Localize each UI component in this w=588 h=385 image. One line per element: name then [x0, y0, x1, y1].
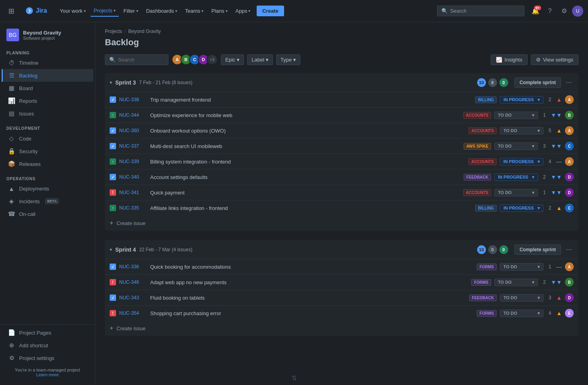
- sidebar-item-board[interactable]: ▦ Board: [2, 82, 93, 94]
- issue-row[interactable]: ✓ NUC-336 Quick booking for accommodatio…: [105, 259, 578, 275]
- issue-key[interactable]: NUC-343: [119, 295, 147, 300]
- avatar-more[interactable]: +3: [207, 54, 218, 65]
- issue-key[interactable]: NUC-340: [119, 174, 147, 180]
- issue-row[interactable]: ✓ NUC-338 Trip management frontend BILLI…: [105, 92, 578, 108]
- nav-your-work[interactable]: Your work ▾: [56, 6, 89, 16]
- issue-avatar: B: [565, 278, 574, 287]
- sprint4-header[interactable]: ▾ Sprint 4 22 Feb - 7 Mar (4 issues) 10 …: [105, 240, 578, 259]
- sidebar-item-oncall[interactable]: ☎ On-call: [2, 208, 93, 220]
- issue-row[interactable]: ✓ NUC-360 Onboard workout options (OWO) …: [105, 123, 578, 139]
- issue-status[interactable]: IN PROGRESS ▾: [494, 173, 538, 181]
- search-filter-icon: 🔍: [109, 57, 116, 63]
- issue-row[interactable]: ↑ NUC-335 Affiliate links integration - …: [105, 200, 578, 216]
- sidebar-item-timeline[interactable]: ⏱ Timeline: [2, 57, 93, 69]
- issue-key[interactable]: NUC-338: [119, 97, 147, 102]
- sprint4-dates: 22 Feb - 7 Mar (4 issues): [139, 247, 192, 252]
- issue-key[interactable]: NUC-337: [119, 143, 147, 149]
- issue-status[interactable]: TO DO ▾: [494, 112, 538, 119]
- project-type: Software project: [23, 36, 61, 40]
- app-logo[interactable]: Jira: [21, 0, 52, 22]
- sidebar-item-project-pages[interactable]: 📄 Project Pages: [2, 326, 93, 339]
- sprint4-section: ▾ Sprint 4 22 Feb - 7 Mar (4 issues) 10 …: [105, 240, 578, 336]
- sprint3-chevron: ▾: [110, 80, 112, 85]
- issue-status[interactable]: IN PROGRESS ▾: [500, 96, 544, 104]
- nav-plans[interactable]: Plans ▾: [208, 6, 231, 16]
- sprint4-complete-button[interactable]: Complete sprint: [514, 244, 561, 255]
- issue-key[interactable]: NUC-335: [119, 205, 147, 211]
- issue-row[interactable]: ! NUC-354 Shopping cart purchasing error…: [105, 306, 578, 321]
- sidebar-item-issues[interactable]: ▤ Issues: [2, 107, 93, 120]
- footer-link[interactable]: Learn more: [36, 372, 58, 377]
- grid-menu-icon[interactable]: ⊞: [5, 5, 17, 17]
- breadcrumb-beyond-gravity[interactable]: Beyond Gravity: [128, 29, 161, 34]
- nav-teams[interactable]: Teams ▾: [182, 6, 207, 16]
- beta-badge: BETA: [45, 198, 59, 204]
- help-button[interactable]: ?: [544, 5, 556, 17]
- nav-dashboards[interactable]: Dashboards ▾: [143, 6, 180, 16]
- issue-status[interactable]: TO DO ▾: [494, 279, 538, 286]
- view-settings-icon: ⚙: [536, 57, 541, 63]
- issue-status[interactable]: TO DO ▾: [500, 263, 544, 271]
- issue-key[interactable]: NUC-339: [119, 159, 147, 164]
- issue-row[interactable]: ✓ NUC-340 Account settings defaults FEED…: [105, 169, 578, 185]
- page-title: Backlog: [105, 37, 578, 48]
- issue-tag: ACCOUNTS: [463, 112, 491, 119]
- user-avatar[interactable]: U: [572, 6, 583, 17]
- create-button[interactable]: Create: [257, 6, 284, 16]
- insights-icon: 📈: [496, 57, 502, 63]
- resize-handle[interactable]: ⇅: [292, 374, 297, 382]
- notifications-button[interactable]: 🔔 9+: [529, 5, 542, 17]
- nav-projects[interactable]: Projects ▾: [91, 5, 119, 17]
- settings-button[interactable]: ⚙: [558, 5, 571, 17]
- search-box[interactable]: 🔍 Search: [437, 6, 524, 16]
- epic-filter[interactable]: Epic ▾: [221, 54, 244, 65]
- issue-row[interactable]: ↑ NUC-339 Billing system integration - f…: [105, 154, 578, 169]
- issue-status[interactable]: IN PROGRESS ▾: [500, 204, 544, 212]
- label-filter[interactable]: Label ▾: [247, 54, 273, 65]
- issue-points: 2: [541, 279, 547, 285]
- issue-status[interactable]: TO DO ▾: [494, 189, 538, 196]
- issue-status[interactable]: TO DO ▾: [500, 127, 544, 135]
- sprint3-create-issue[interactable]: + Create issue: [105, 216, 578, 231]
- sprint3-header[interactable]: ▾ Sprint 3 7 Feb - 21 Feb (8 issues) 10 …: [105, 73, 578, 92]
- sidebar: BG Beyond Gravity Software project PLANN…: [0, 22, 95, 385]
- sidebar-item-security[interactable]: 🔒 Security: [2, 145, 93, 158]
- breadcrumb-projects[interactable]: Projects: [105, 29, 122, 34]
- issue-row[interactable]: ! NUC-346 Adapt web app no new payments …: [105, 275, 578, 290]
- issue-key[interactable]: NUC-341: [119, 190, 147, 195]
- view-settings-button[interactable]: ⚙ View settings: [531, 54, 578, 65]
- issue-row[interactable]: ✓ NUC-343 Fluid booking on tablets FEEDB…: [105, 290, 578, 306]
- issue-row[interactable]: ! NUC-341 Quick payment ACCOUNTS TO DO ▾…: [105, 185, 578, 200]
- sidebar-item-code[interactable]: ◇ Code: [2, 132, 93, 145]
- sidebar-item-backlog[interactable]: ☰ Backlog: [2, 69, 93, 82]
- issue-status[interactable]: TO DO ▾: [500, 294, 544, 302]
- sidebar-item-reports[interactable]: 📊 Reports: [2, 94, 93, 107]
- sprint3-menu-button[interactable]: ⋯: [564, 77, 574, 88]
- sprint3-complete-button[interactable]: Complete sprint: [514, 77, 561, 88]
- nav-filter[interactable]: Filter ▾: [120, 6, 141, 16]
- sidebar-item-releases[interactable]: 📦 Releases: [2, 158, 93, 170]
- issue-key[interactable]: NUC-346: [119, 279, 147, 285]
- assignee-filter[interactable]: A B C D +3: [172, 54, 218, 65]
- issue-row[interactable]: ✓ NUC-337 Multi-dest search UI mobileweb…: [105, 139, 578, 154]
- sprint4-menu-button[interactable]: ⋯: [564, 244, 574, 255]
- issue-row[interactable]: ↑ NUC-344 Optimize experience for mobile…: [105, 108, 578, 123]
- issue-key[interactable]: NUC-360: [119, 128, 147, 133]
- issue-status[interactable]: TO DO ▾: [494, 142, 538, 150]
- search-input[interactable]: [118, 57, 164, 63]
- issue-key[interactable]: NUC-344: [119, 112, 147, 118]
- nav-apps[interactable]: Apps ▾: [232, 6, 254, 16]
- backlog-search[interactable]: 🔍: [105, 54, 168, 65]
- issue-summary: Adapt web app no new payments: [150, 279, 468, 285]
- type-filter[interactable]: Type ▾: [276, 54, 300, 65]
- sprint4-create-issue[interactable]: + Create issue: [105, 321, 578, 336]
- sidebar-item-add-shortcut[interactable]: ⊕ Add shortcut: [2, 339, 93, 352]
- insights-button[interactable]: 📈 Insights: [491, 54, 528, 65]
- issue-key[interactable]: NUC-336: [119, 264, 147, 270]
- sidebar-item-project-settings[interactable]: ⚙ Project settings: [2, 352, 93, 364]
- issue-key[interactable]: NUC-354: [119, 310, 147, 316]
- sidebar-item-incidents[interactable]: ◈ Incidents BETA: [2, 195, 93, 208]
- issue-status[interactable]: TO DO ▾: [500, 310, 544, 317]
- issue-status[interactable]: IN PROGRESS ▾: [500, 158, 544, 166]
- sidebar-item-deployments[interactable]: ▲ Deployments: [2, 183, 93, 195]
